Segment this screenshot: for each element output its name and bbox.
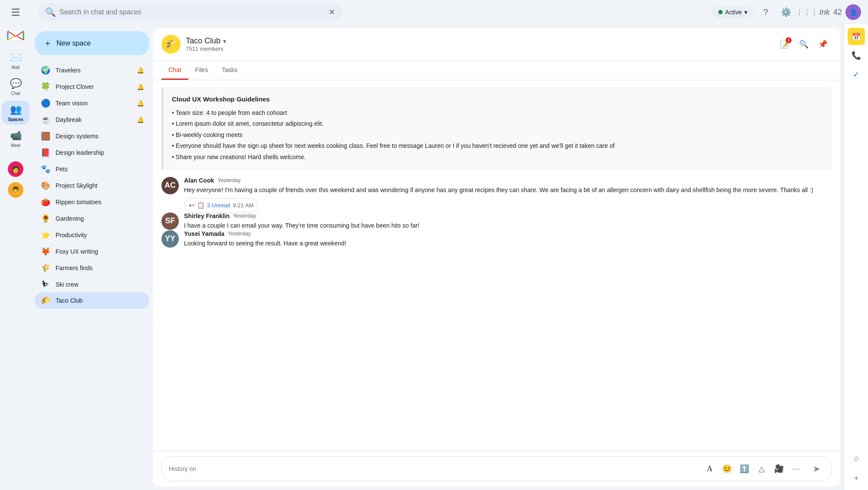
nav-item-chat[interactable]: 💬 Chat: [2, 75, 30, 99]
emoji-button[interactable]: 😊: [720, 462, 734, 476]
space-name[interactable]: Taco Club ▾: [186, 36, 771, 46]
topbar: 🔍 ✕ Active ▾ ? ⚙️ ⋮⋮⋮ Ink 42 👤: [31, 0, 868, 24]
pin-button[interactable]: 📌: [814, 36, 832, 53]
tasks-button[interactable]: ✓: [848, 66, 865, 83]
video-icon: 🎥: [774, 464, 784, 474]
apps-icon: ⋮⋮⋮: [796, 8, 818, 16]
avatar-alan-cook: AC: [161, 177, 179, 194]
sidebar-item-rippen-tomatoes[interactable]: 🍅 Rippen tomatoes: [35, 194, 149, 210]
msg-sender-shirley-franklin: Shirley Franklin: [184, 212, 230, 219]
message-yusei-yamada: YY Yusei Yamada Yesterday Looking forwar…: [161, 230, 832, 248]
sidebar-item-team-vision[interactable]: 🔵 Team vision 🔔: [35, 95, 149, 111]
message-input[interactable]: [169, 465, 699, 472]
sidebar-item-ski-crew[interactable]: ⛷ Ski crew: [35, 276, 149, 292]
space-avatar: 🌮: [161, 35, 181, 54]
item-emoji-travelers: 🌍: [40, 65, 51, 75]
chat-icon: 💬: [10, 78, 22, 89]
user-avatar-2[interactable]: 👨: [8, 182, 23, 198]
message-input-area: A 😊 ⬆️ △ 🎥 ⋯: [153, 451, 840, 487]
avatar-yusei-yamada: YY: [161, 230, 179, 248]
search-input[interactable]: [59, 8, 325, 16]
send-icon: ➤: [813, 464, 820, 474]
add-icon: ＋: [852, 473, 860, 483]
send-button[interactable]: ➤: [809, 461, 824, 477]
tab-tasks[interactable]: Tasks: [215, 61, 244, 80]
sidebar-item-daybreak[interactable]: ☕ Daybreak 🔔: [35, 111, 149, 128]
sidebar-item-design-leadership[interactable]: 📕 Design leadership: [35, 144, 149, 161]
item-emoji-design-leadership: 📕: [40, 148, 51, 157]
pin-icon: 📌: [818, 39, 828, 49]
upload-icon: ⬆️: [740, 464, 749, 474]
gmail-logo: [3, 26, 28, 45]
item-name-foxy-ux-writing: Foxy UX writing: [56, 248, 144, 255]
sidebar-item-travelers[interactable]: 🌍 Travelers 🔔: [35, 62, 149, 78]
profile-avatar[interactable]: 👤: [845, 4, 861, 20]
chat-tabs: Chat Files Tasks: [153, 61, 840, 80]
status-dot: [718, 10, 723, 14]
item-emoji-pets: 🐾: [40, 164, 51, 174]
apps-button[interactable]: ⋮⋮⋮: [799, 3, 816, 21]
sidebar-item-gardening[interactable]: 🌻 Gardening: [35, 210, 149, 227]
workshop-card: Cloud UX Workshop Guidelines • Team size…: [161, 87, 832, 170]
help-button[interactable]: ?: [757, 3, 774, 21]
calendar-icon: 📅: [852, 33, 861, 41]
plus-icon: ＋: [43, 37, 52, 49]
format-text-button[interactable]: A: [703, 462, 717, 476]
sidebar-item-farmers-finds[interactable]: 🌾 Farmers finds: [35, 260, 149, 276]
msg-header-alan-cook: Alan Cook Yesterday: [184, 177, 832, 184]
item-name-rippen-tomatoes: Rippen tomatoes: [56, 199, 144, 206]
sidebar-item-project-clover[interactable]: 🍀 Project Clover 🔔: [35, 78, 149, 95]
sidebar: ＋ New space 🌍 Travelers 🔔 🍀 Project Clov…: [31, 24, 153, 490]
item-name-project-clover: Project Clover: [56, 83, 132, 90]
messages-list: AC Alan Cook Yesterday Hey everyone! I'm…: [161, 177, 832, 248]
thread-button[interactable]: 📝 1: [776, 36, 793, 53]
item-emoji-farmers-finds: 🌾: [40, 263, 51, 273]
hamburger-menu[interactable]: [7, 3, 24, 21]
bell-icon-daybreak: 🔔: [137, 116, 144, 123]
message-alan-cook: AC Alan Cook Yesterday Hey everyone! I'm…: [161, 177, 832, 212]
nav-item-spaces[interactable]: 👥 Spaces: [2, 101, 30, 125]
sidebar-item-taco-club[interactable]: 🌮 Taco Club: [35, 292, 149, 309]
calendar-button[interactable]: 📅: [848, 28, 865, 45]
tab-files[interactable]: Files: [188, 61, 215, 80]
phone-button[interactable]: 📞: [848, 47, 865, 64]
search-clear-icon[interactable]: ✕: [329, 7, 335, 17]
video-button[interactable]: 🎥: [772, 462, 786, 476]
space-info: Taco Club ▾ 7511 members: [186, 36, 771, 52]
upload-button[interactable]: ⬆️: [737, 462, 751, 476]
workshop-item: • Team size: 4 to people from each cohoa…: [172, 108, 823, 118]
status-indicator[interactable]: Active ▾: [712, 6, 753, 18]
sidebar-item-foxy-ux-writing[interactable]: 🦊 Foxy UX writing: [35, 243, 149, 260]
more-options-button[interactable]: ⋯: [789, 462, 803, 476]
nav-item-meet[interactable]: 📹 Meet: [2, 127, 30, 151]
nav-label-meet: Meet: [11, 143, 20, 148]
thread-label: 3 Unread: [207, 202, 230, 209]
msg-text-yusei-yamada: Looking forward to seeing the result. Ha…: [184, 239, 832, 248]
mail-icon: ✉️: [10, 52, 22, 63]
tasks-check-icon: ✓: [853, 70, 859, 79]
search-icon: 🔍: [45, 7, 56, 17]
new-space-button[interactable]: ＋ New space: [35, 31, 149, 55]
drive-button[interactable]: △: [755, 462, 769, 476]
search-chat-button[interactable]: 🔍: [795, 36, 812, 53]
workshop-item: • Share your new creations! Hard shells …: [172, 152, 823, 162]
item-name-productivity: Productivity: [56, 232, 144, 238]
topbar-actions: Active ▾ ? ⚙️ ⋮⋮⋮ Ink 42 👤: [712, 3, 861, 21]
nav-item-mail[interactable]: ✉️ Mail: [2, 49, 30, 73]
msg-time-alan-cook: Yesterday: [217, 177, 240, 183]
item-emoji-project-skylight: 🎨: [40, 181, 51, 190]
sidebar-item-productivity[interactable]: ⭐ Productivity: [35, 227, 149, 243]
sidebar-item-design-systems[interactable]: 🟫 Design systems: [35, 128, 149, 144]
thread-reply-alan-cook[interactable]: ↩ 📋 3 Unread 9:21 AM: [184, 198, 258, 212]
sidebar-item-project-skylight[interactable]: 🎨 Project Skylight: [35, 177, 149, 194]
add-button[interactable]: ＋: [848, 469, 865, 487]
spaces-icon: 👥: [10, 104, 22, 115]
search-bar[interactable]: 🔍 ✕: [38, 3, 342, 21]
workshop-item: • Bi-weekly cooking meets: [172, 130, 823, 140]
star-button[interactable]: ☆: [848, 450, 865, 467]
sidebar-item-pets[interactable]: 🐾 Pets: [35, 161, 149, 177]
tab-chat[interactable]: Chat: [161, 61, 188, 80]
settings-button[interactable]: ⚙️: [778, 3, 795, 21]
user-avatar-1[interactable]: 👩: [8, 161, 23, 177]
bell-icon-team-vision: 🔔: [137, 100, 144, 107]
